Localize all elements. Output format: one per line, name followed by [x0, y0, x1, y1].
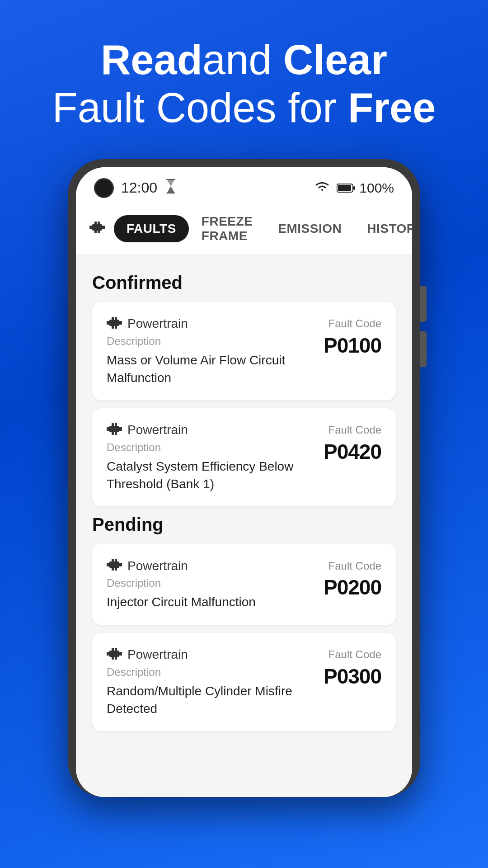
svg-rect-18	[115, 326, 117, 329]
fault-card-p0200[interactable]: Powertrain Fault Code Description Inject…	[92, 544, 396, 624]
hero-text: Readand Clear Fault Codes for Free	[25, 36, 463, 132]
card-left-3: Description Injector Circuit Malfunction	[107, 577, 300, 611]
status-right: 100%	[314, 179, 394, 196]
svg-rect-15	[112, 317, 114, 320]
card-system-3: Powertrain	[107, 557, 188, 574]
svg-rect-36	[112, 648, 114, 651]
hero-bold3: Free	[348, 85, 436, 131]
svg-rect-28	[118, 563, 122, 566]
svg-rect-39	[115, 656, 117, 660]
section-confirmed-title: Confirmed	[92, 273, 396, 293]
card-left-2: Description Catalyst System Efficiency B…	[107, 441, 300, 493]
card-system-1: Powertrain	[107, 316, 188, 332]
svg-rect-16	[115, 317, 117, 320]
svg-rect-31	[112, 567, 114, 571]
engine-icon-2	[107, 422, 122, 439]
card-system-4: Powertrain	[107, 646, 188, 663]
svg-rect-21	[118, 427, 122, 431]
fault-code-value-4: P0300	[300, 666, 381, 687]
svg-rect-10	[94, 230, 97, 233]
svg-rect-22	[112, 423, 114, 426]
svg-rect-24	[112, 432, 114, 435]
phone-screen: 12:00	[76, 167, 412, 797]
svg-rect-8	[94, 222, 97, 225]
fault-code-label-1: Fault Code	[328, 317, 381, 330]
svg-rect-34	[107, 652, 110, 656]
phone-mockup: 12:00	[68, 159, 420, 797]
battery-percent: 100%	[359, 180, 394, 196]
svg-rect-35	[118, 652, 122, 656]
fault-code-label-2: Fault Code	[328, 424, 381, 436]
fault-card-p0100[interactable]: Powertrain Fault Code Description Mass o…	[92, 302, 396, 400]
svg-rect-17	[112, 326, 114, 329]
fault-code-value-1: P0100	[300, 335, 381, 356]
svg-rect-1	[166, 193, 175, 193]
card-right-4: P0300	[300, 666, 381, 687]
svg-rect-7	[101, 226, 105, 229]
hero-bold1: Read	[101, 37, 202, 83]
card-right-3: P0200	[300, 577, 381, 598]
side-button-top	[420, 286, 427, 322]
svg-rect-3	[338, 185, 351, 191]
svg-rect-19	[109, 426, 119, 432]
card-right-1: P0100	[300, 335, 381, 356]
status-bar: 12:00	[76, 167, 412, 203]
svg-rect-0	[166, 179, 175, 180]
phone-notch	[221, 159, 267, 167]
svg-rect-13	[107, 321, 110, 325]
nav-engine-icon	[89, 219, 106, 238]
tab-faults[interactable]: Faults	[114, 215, 189, 242]
flash-icon	[164, 179, 177, 197]
card-left-1: Description Mass or Volume Air Flow Circ…	[107, 335, 300, 387]
svg-rect-9	[98, 222, 100, 225]
desc-label-1: Description	[107, 335, 300, 348]
fault-code-value-3: P0200	[300, 577, 381, 598]
svg-rect-5	[92, 224, 102, 231]
tab-freeze-frame[interactable]: Freeze Frame	[189, 208, 265, 250]
svg-rect-4	[353, 186, 355, 190]
svg-rect-14	[118, 321, 122, 325]
card-right-2: P0420	[300, 441, 381, 462]
desc-label-3: Description	[107, 577, 300, 590]
hero-and: and	[202, 37, 283, 83]
svg-rect-20	[107, 427, 110, 431]
fault-card-p0420[interactable]: Powertrain Fault Code Description Cataly…	[92, 408, 396, 506]
tab-emission[interactable]: Emission	[265, 215, 354, 242]
battery-icon: 100%	[337, 180, 394, 196]
status-left: 12:00	[94, 178, 177, 198]
status-time: 12:00	[121, 179, 157, 196]
svg-rect-32	[115, 567, 117, 571]
engine-icon-3	[107, 557, 122, 574]
svg-rect-33	[109, 651, 119, 657]
svg-rect-29	[112, 559, 114, 562]
card-left-4: Description Random/Multiple Cylinder Mis…	[107, 666, 300, 717]
svg-rect-30	[115, 559, 117, 562]
svg-rect-11	[98, 230, 100, 233]
desc-label-4: Description	[107, 666, 300, 679]
front-camera	[94, 178, 114, 198]
fault-description-1: Mass or Volume Air Flow Circuit Malfunct…	[107, 351, 300, 387]
engine-icon-1	[107, 316, 122, 332]
fault-description-2: Catalyst System Efficiency Below Thresho…	[107, 458, 300, 493]
fault-code-label-3: Fault Code	[328, 560, 381, 572]
svg-rect-12	[109, 320, 119, 326]
hero-line2-normal: Fault Codes for	[52, 85, 348, 131]
fault-card-p0300[interactable]: Powertrain Fault Code Description Random…	[92, 633, 396, 731]
side-button-bottom	[420, 331, 427, 367]
fault-code-label-4: Fault Code	[328, 648, 381, 661]
svg-rect-37	[115, 648, 117, 651]
wifi-icon	[314, 179, 330, 196]
card-system-2: Powertrain	[107, 422, 188, 439]
fault-description-4: Random/Multiple Cylinder Misfire Detecte…	[107, 682, 300, 717]
fault-code-value-2: P0420	[300, 441, 381, 462]
main-content: Confirmed	[76, 255, 412, 797]
svg-rect-6	[89, 226, 93, 229]
svg-rect-38	[112, 656, 114, 660]
desc-label-2: Description	[107, 441, 300, 454]
svg-rect-27	[107, 563, 110, 566]
section-pending-title: Pending	[92, 514, 396, 535]
svg-rect-26	[109, 561, 119, 568]
svg-rect-25	[115, 432, 117, 435]
tab-history[interactable]: History	[354, 215, 412, 242]
fault-description-3: Injector Circuit Malfunction	[107, 593, 300, 611]
